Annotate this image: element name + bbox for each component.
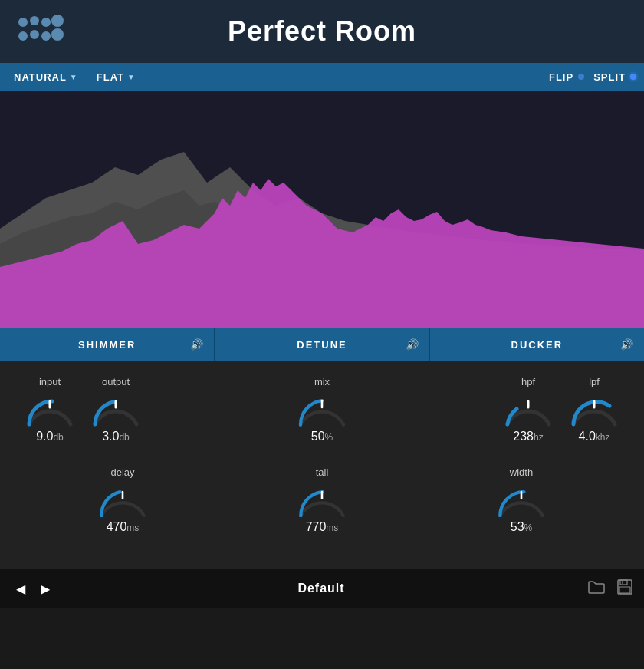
output-label: output <box>102 376 130 387</box>
controls-row-2: delay 470ms tail 770ms width <box>23 466 621 534</box>
hpf-knob-group: hpf 238hz <box>501 376 555 443</box>
output-knob-group: output 3.0db <box>89 376 143 443</box>
tab-shimmer[interactable]: SHIMMER 🔊 <box>0 328 215 361</box>
bottom-bar: ◀ ▶ Default <box>0 569 644 608</box>
delay-label: delay <box>110 466 134 478</box>
natural-arrow-icon: ▼ <box>70 73 78 81</box>
app-title: Perfect Room <box>228 15 416 48</box>
flip-led <box>578 74 584 80</box>
input-label: input <box>39 376 61 387</box>
toolbar: NATURAL ▼ FLAT ▼ FLIP SPLIT <box>0 63 644 91</box>
width-label: width <box>510 466 533 478</box>
svg-point-3 <box>51 15 64 27</box>
save-icon[interactable] <box>617 579 632 598</box>
lpf-label: lpf <box>589 376 600 387</box>
svg-rect-18 <box>619 587 630 593</box>
width-knob-group: width 53% <box>495 466 548 534</box>
input-output-group: input 9.0db output 3.0db <box>23 376 143 443</box>
tab-detune[interactable]: DETUNE 🔊 <box>215 328 429 361</box>
header: Perfect Room <box>0 0 644 63</box>
delay-value: 470ms <box>107 520 140 534</box>
split-led <box>630 74 636 80</box>
section-tabs: SHIMMER 🔊 DETUNE 🔊 DUCKER 🔊 <box>0 328 644 361</box>
nav-arrows: ◀ ▶ <box>12 578 54 599</box>
prev-preset-button[interactable]: ◀ <box>12 578 30 599</box>
tail-value: 770ms <box>306 520 339 534</box>
flat-button[interactable]: FLAT ▼ <box>90 68 142 86</box>
input-knob[interactable] <box>23 392 77 427</box>
svg-point-7 <box>51 28 64 41</box>
logo <box>15 15 69 48</box>
svg-point-0 <box>18 18 28 27</box>
preset-name: Default <box>54 582 588 595</box>
lpf-knob[interactable] <box>567 392 621 427</box>
hpf-label: hpf <box>521 376 535 387</box>
mix-knob[interactable] <box>295 392 349 427</box>
svg-point-1 <box>30 16 39 25</box>
shimmer-speaker-icon[interactable]: 🔊 <box>190 338 205 351</box>
hpf-knob[interactable] <box>501 392 555 427</box>
mix-value: 50% <box>311 430 333 443</box>
width-value: 53% <box>511 520 532 534</box>
delay-knob[interactable] <box>96 483 150 517</box>
hpf-lpf-group: hpf 238hz lpf 4.0khz <box>501 376 621 443</box>
width-knob[interactable] <box>495 483 548 517</box>
tab-ducker[interactable]: DUCKER 🔊 <box>430 328 644 361</box>
mix-knob-group: mix 50% <box>295 376 349 443</box>
next-preset-button[interactable]: ▶ <box>36 578 54 599</box>
svg-point-4 <box>18 31 28 41</box>
flat-arrow-icon: ▼ <box>127 73 136 81</box>
ducker-speaker-icon[interactable]: 🔊 <box>620 338 635 351</box>
detune-speaker-icon[interactable]: 🔊 <box>406 338 420 351</box>
folder-icon[interactable] <box>588 580 605 598</box>
output-knob[interactable] <box>89 392 143 427</box>
bottom-icons <box>588 579 632 598</box>
controls-panel: input 9.0db output 3.0db <box>0 361 644 569</box>
lpf-value: 4.0khz <box>579 430 610 443</box>
input-knob-group: input 9.0db <box>23 376 77 443</box>
svg-point-6 <box>41 31 51 41</box>
svg-rect-17 <box>620 580 627 585</box>
controls-row-1: input 9.0db output 3.0db <box>23 376 621 443</box>
output-value: 3.0db <box>102 430 130 443</box>
mix-label: mix <box>314 376 330 387</box>
lpf-knob-group: lpf 4.0khz <box>567 376 621 443</box>
input-value: 9.0db <box>36 430 64 443</box>
split-control[interactable]: SPLIT <box>593 71 636 83</box>
svg-point-2 <box>41 18 51 27</box>
tail-knob-group: tail 770ms <box>295 466 349 534</box>
flip-control[interactable]: FLIP <box>549 71 584 83</box>
delay-knob-group: delay 470ms <box>96 466 150 534</box>
natural-button[interactable]: NATURAL ▼ <box>8 68 84 86</box>
tail-label: tail <box>316 466 329 478</box>
spectrum-display <box>0 91 644 328</box>
tail-knob[interactable] <box>295 483 349 517</box>
hpf-value: 238hz <box>513 430 543 443</box>
svg-point-5 <box>30 30 39 39</box>
